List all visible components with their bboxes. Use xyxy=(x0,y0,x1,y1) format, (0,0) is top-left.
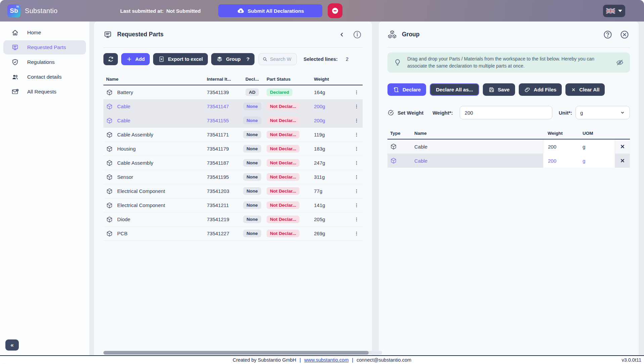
row-menu-button[interactable] xyxy=(351,118,363,124)
hide-hint-button[interactable] xyxy=(616,58,624,67)
column-name: Name xyxy=(414,131,543,136)
unit-field-label: Unit*: xyxy=(559,110,572,116)
part-status-badge: Not Declar... xyxy=(267,173,300,181)
export-to-excel-button[interactable]: Export to excel xyxy=(153,53,208,65)
last-submitted: Last submitted at: Not Submitted xyxy=(120,8,201,14)
column-name[interactable]: Name xyxy=(103,77,201,82)
footer-website-link[interactable]: www.substantio.com xyxy=(304,357,349,363)
column-declaration[interactable]: Decl... xyxy=(239,77,265,82)
table-row[interactable]: Cable Assembly 73541171 None Not Declar.… xyxy=(103,128,363,142)
row-menu-button[interactable] xyxy=(351,216,363,223)
part-status-badge: Not Declar... xyxy=(267,215,300,224)
declaration-type-badge: None xyxy=(243,215,261,224)
group-button[interactable]: Group ? xyxy=(211,53,255,65)
last-submitted-value: Not Submitted xyxy=(166,8,201,14)
part-status-badge: Not Declar... xyxy=(267,187,300,195)
topbar: Sb 51 Substantio Last submitted at: Not … xyxy=(0,0,644,22)
internal-item-number: 73541155 xyxy=(201,118,239,123)
declare-all-label: Declare All as... xyxy=(436,87,473,92)
declare-all-as-button[interactable]: Declare All as... xyxy=(430,83,479,96)
unit-select[interactable]: g xyxy=(576,106,630,119)
table-row[interactable]: Housing 73541179 None Not Declar... 183g xyxy=(103,142,363,156)
part-status-badge: Not Declar... xyxy=(267,131,300,139)
add-button[interactable]: Add xyxy=(121,53,150,65)
row-menu-button[interactable] xyxy=(351,132,363,138)
refresh-button[interactable] xyxy=(103,53,118,65)
sidebar-item-contact-details[interactable]: Contact details xyxy=(3,70,86,84)
minus-circle-icon xyxy=(331,6,339,15)
row-menu-button[interactable] xyxy=(351,146,363,152)
weight-field-label: Weight*: xyxy=(432,110,453,116)
declare-button[interactable]: Declare xyxy=(387,83,426,96)
footer-separator: | xyxy=(352,357,353,363)
group-help-icon[interactable]: ? xyxy=(246,56,249,62)
stop-submission-button[interactable] xyxy=(328,3,342,18)
sidebar-item-label: Contact details xyxy=(27,74,62,80)
search-input[interactable] xyxy=(270,56,295,62)
sidebar-item-requested-parts[interactable]: Requested Parts xyxy=(3,40,86,54)
clear-all-button[interactable]: Clear All xyxy=(565,83,605,96)
declaration-type-badge: None xyxy=(243,117,261,125)
column-internal-item[interactable]: Internal It... xyxy=(201,77,239,82)
table-row[interactable]: Cable 73541155 None Not Declar... 200g xyxy=(103,114,363,128)
sidebar-collapse-button[interactable]: « xyxy=(5,339,19,351)
collapse-panel-button[interactable] xyxy=(338,31,345,38)
add-files-button[interactable]: Add Files xyxy=(519,83,562,96)
table-row[interactable]: Battery 73541139 AD Declared 164g xyxy=(103,85,363,99)
table-row[interactable]: Electrical Component 73541211 None Not D… xyxy=(103,198,363,212)
set-weight-label: Set Weight xyxy=(398,110,423,116)
column-part-status[interactable]: Part Status xyxy=(265,77,307,82)
weight-input[interactable] xyxy=(460,106,552,119)
declaration-scroll-icon xyxy=(393,86,400,93)
kebab-icon xyxy=(354,202,360,208)
row-menu-button[interactable] xyxy=(351,160,363,166)
group-help-button[interactable] xyxy=(603,30,612,39)
part-status-badge: Not Declar... xyxy=(267,201,300,209)
declaration-type-badge: AD xyxy=(245,88,259,96)
save-button[interactable]: Save xyxy=(483,83,515,96)
row-menu-button[interactable] xyxy=(351,231,363,237)
table-row[interactable]: PCB 73541227 None Not Declar... 269g xyxy=(103,227,363,241)
submit-all-label: Submit All Declarations xyxy=(248,8,304,14)
group-weight-cell[interactable]: 200 xyxy=(543,154,580,168)
part-status-badge: Declared xyxy=(267,88,292,96)
requested-parts-icon xyxy=(103,30,112,39)
search-box[interactable] xyxy=(259,53,297,65)
sidebar-item-home[interactable]: Home xyxy=(3,26,86,40)
row-menu-button[interactable] xyxy=(351,174,363,180)
sidebar-item-all-requests[interactable]: All Requests xyxy=(3,85,86,99)
group-uom-cell[interactable]: g xyxy=(580,139,615,154)
group-close-button[interactable] xyxy=(620,30,629,39)
group-row[interactable]: Cable 200 g xyxy=(387,139,630,154)
delete-x-icon xyxy=(619,144,626,150)
row-menu-button[interactable] xyxy=(351,104,363,110)
row-menu-button[interactable] xyxy=(351,188,363,194)
sidebar-item-label: Home xyxy=(27,30,41,36)
column-weight[interactable]: Weight xyxy=(307,77,339,82)
remove-from-group-button[interactable] xyxy=(615,144,630,150)
group-weight-cell[interactable]: 200 xyxy=(543,139,580,154)
group-table-header: Type Name Weight UOM xyxy=(387,127,630,139)
horizontal-scrollbar[interactable] xyxy=(103,351,382,355)
table-row[interactable]: Sensor 73541195 None Not Declar... 311g xyxy=(103,170,363,184)
remove-from-group-button[interactable] xyxy=(615,158,630,164)
group-uom-cell[interactable]: g xyxy=(580,154,615,168)
group-row[interactable]: Cable 200 g xyxy=(387,154,630,168)
submit-all-declarations-button[interactable]: Submit All Declarations xyxy=(218,4,322,17)
scrollbar-thumb[interactable] xyxy=(103,351,369,355)
table-row[interactable]: Cable Assembly 73541187 None Not Declar.… xyxy=(103,156,363,170)
app-logo: Sb 51 xyxy=(7,4,20,17)
group-panel: Group Drag and drop your Parts / Materia… xyxy=(379,22,639,355)
info-button[interactable] xyxy=(353,30,362,39)
row-menu-button[interactable] xyxy=(351,89,363,95)
language-selector[interactable] xyxy=(603,5,625,17)
sidebar-item-regulations[interactable]: Regulations xyxy=(3,55,86,69)
table-row[interactable]: Electrical Component 73541203 None Not D… xyxy=(103,184,363,198)
info-icon xyxy=(353,30,362,39)
row-menu-button[interactable] xyxy=(351,202,363,208)
table-row[interactable]: Diode 73541219 None Not Declar... 205g xyxy=(103,212,363,227)
group-cubes-icon xyxy=(387,30,397,39)
table-row[interactable]: Cable 73541147 None Not Declar... 200g xyxy=(103,99,363,114)
group-panel-title: Group xyxy=(402,31,420,38)
contacts-icon xyxy=(11,73,19,81)
